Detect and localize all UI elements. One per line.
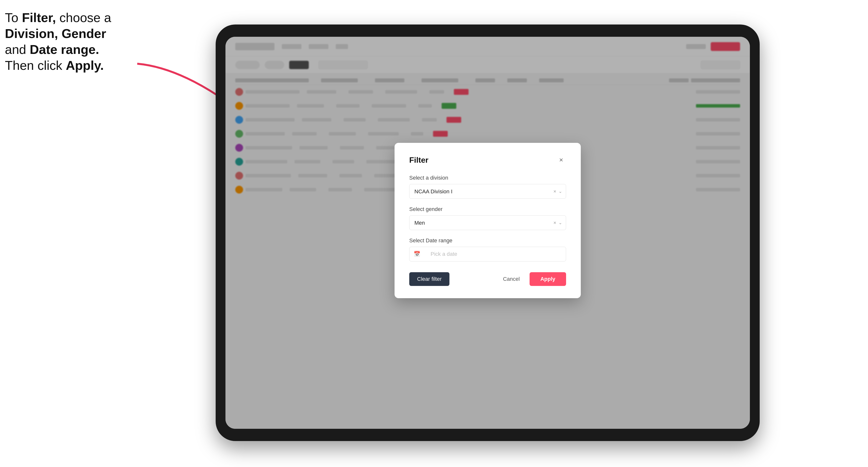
cancel-button[interactable]: Cancel xyxy=(498,272,524,286)
modal-footer-right: Cancel Apply xyxy=(498,272,566,286)
division-gender-bold: Division, Gender xyxy=(5,27,106,41)
apply-button[interactable]: Apply xyxy=(530,272,566,286)
modal-header: Filter × xyxy=(409,155,566,165)
gender-form-group: Select gender Men Women Co-ed × ⌄ xyxy=(409,206,566,230)
close-icon: × xyxy=(559,156,563,164)
date-range-label: Select Date range xyxy=(409,238,566,244)
modal-close-button[interactable]: × xyxy=(556,155,566,165)
modal-title: Filter xyxy=(409,156,428,165)
date-placeholder: Pick a date xyxy=(431,251,457,257)
division-select-wrapper[interactable]: NCAA Division I NCAA Division II NCAA Di… xyxy=(409,184,566,199)
modal-footer: Clear filter Cancel Apply xyxy=(409,272,566,286)
calendar-icon: 📅 xyxy=(414,251,420,257)
gender-select[interactable]: Men Women Co-ed xyxy=(409,215,566,230)
filter-modal: Filter × Select a division NCAA Division… xyxy=(395,143,581,298)
gender-select-wrapper[interactable]: Men Women Co-ed × ⌄ xyxy=(409,215,566,230)
modal-overlay: Filter × Select a division NCAA Division… xyxy=(225,37,750,429)
division-label: Select a division xyxy=(409,175,566,181)
tablet-screen: Filter × Select a division NCAA Division… xyxy=(225,37,750,429)
division-clear-icon[interactable]: × xyxy=(553,189,556,194)
filter-bold: Filter, xyxy=(22,10,56,25)
tablet-frame: Filter × Select a division NCAA Division… xyxy=(216,25,760,441)
gender-label: Select gender xyxy=(409,206,566,212)
clear-filter-button[interactable]: Clear filter xyxy=(409,272,450,286)
instruction-block: To Filter, choose a Division, Gender and… xyxy=(5,10,142,73)
date-input[interactable]: Pick a date xyxy=(409,247,566,261)
apply-bold: Apply. xyxy=(66,58,104,72)
date-range-bold: Date range. xyxy=(30,42,99,57)
gender-clear-icon[interactable]: × xyxy=(553,220,556,226)
date-range-form-group: Select Date range 📅 Pick a date xyxy=(409,238,566,261)
division-form-group: Select a division NCAA Division I NCAA D… xyxy=(409,175,566,199)
division-select[interactable]: NCAA Division I NCAA Division II NCAA Di… xyxy=(409,184,566,199)
date-input-wrapper[interactable]: 📅 Pick a date xyxy=(409,247,566,261)
